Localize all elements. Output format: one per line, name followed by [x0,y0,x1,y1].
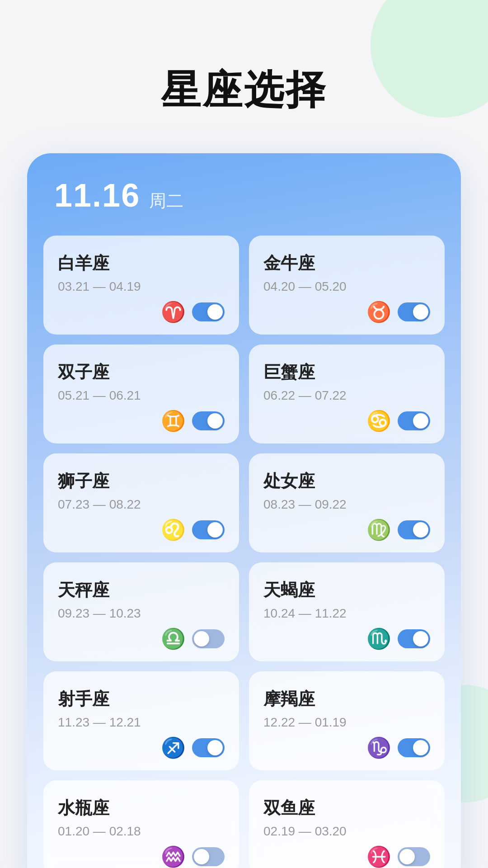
zodiac-symbol-gemini: ♊ [161,411,186,431]
zodiac-card-sagittarius[interactable]: 射手座 11.23 — 12.21 ♐ [43,671,239,770]
zodiac-dates-cancer: 06.22 — 07.22 [263,388,430,403]
date-day: 周二 [149,189,183,212]
zodiac-bottom-aquarius: ♒ [58,847,225,867]
zodiac-toggle-libra[interactable] [192,629,225,648]
zodiac-symbol-libra: ♎ [161,629,186,649]
zodiac-name-aries: 白羊座 [58,252,225,275]
zodiac-symbol-cancer: ♋ [366,411,391,431]
zodiac-card-pisces[interactable]: 双鱼座 02.19 — 03.20 ♓ [249,780,445,868]
zodiac-bottom-pisces: ♓ [263,847,430,867]
card-date: 11.16 周二 [54,177,434,214]
zodiac-card-gemini[interactable]: 双子座 05.21 — 06.21 ♊ [43,344,239,443]
zodiac-card-virgo[interactable]: 处女座 08.23 — 09.22 ♍ [249,453,445,552]
zodiac-card-aquarius[interactable]: 水瓶座 01.20 — 02.18 ♒ [43,780,239,868]
zodiac-card-aries[interactable]: 白羊座 03.21 — 04.19 ♈ [43,236,239,335]
zodiac-bottom-capricorn: ♑ [263,738,430,758]
zodiac-name-taurus: 金牛座 [263,252,430,275]
zodiac-dates-pisces: 02.19 — 03.20 [263,824,430,839]
zodiac-symbol-aries: ♈ [161,302,186,322]
zodiac-toggle-taurus[interactable] [398,302,430,321]
zodiac-bottom-scorpio: ♏ [263,629,430,649]
zodiac-bottom-gemini: ♊ [58,411,225,431]
zodiac-dates-aquarius: 01.20 — 02.18 [58,824,225,839]
zodiac-toggle-aries[interactable] [192,302,225,321]
zodiac-dates-scorpio: 10.24 — 11.22 [263,606,430,621]
zodiac-card-libra[interactable]: 天秤座 09.23 — 10.23 ♎ [43,562,239,661]
page-title: 星座选择 [0,0,488,153]
zodiac-dates-taurus: 04.20 — 05.20 [263,279,430,294]
zodiac-toggle-capricorn[interactable] [398,738,430,757]
zodiac-toggle-sagittarius[interactable] [192,738,225,757]
zodiac-grid: 白羊座 03.21 — 04.19 ♈ 金牛座 04.20 — 05.20 ♉ … [27,236,461,868]
zodiac-toggle-virgo[interactable] [398,520,430,539]
zodiac-bottom-taurus: ♉ [263,302,430,322]
zodiac-dates-virgo: 08.23 — 09.22 [263,497,430,512]
zodiac-name-scorpio: 天蝎座 [263,579,430,602]
zodiac-dates-gemini: 05.21 — 06.21 [58,388,225,403]
zodiac-toggle-gemini[interactable] [192,411,225,430]
zodiac-card-scorpio[interactable]: 天蝎座 10.24 — 11.22 ♏ [249,562,445,661]
zodiac-symbol-sagittarius: ♐ [161,738,186,758]
zodiac-bottom-aries: ♈ [58,302,225,322]
zodiac-symbol-scorpio: ♏ [366,629,391,649]
zodiac-name-cancer: 巨蟹座 [263,361,430,384]
date-number: 11.16 [54,177,140,214]
zodiac-dates-sagittarius: 11.23 — 12.21 [58,715,225,730]
zodiac-toggle-scorpio[interactable] [398,629,430,648]
zodiac-card-taurus[interactable]: 金牛座 04.20 — 05.20 ♉ [249,236,445,335]
zodiac-bottom-virgo: ♍ [263,520,430,540]
zodiac-toggle-cancer[interactable] [398,411,430,430]
zodiac-name-aquarius: 水瓶座 [58,797,225,820]
zodiac-symbol-pisces: ♓ [366,847,391,867]
zodiac-bottom-sagittarius: ♐ [58,738,225,758]
zodiac-card-capricorn[interactable]: 摩羯座 12.22 — 01.19 ♑ [249,671,445,770]
zodiac-symbol-taurus: ♉ [366,302,391,322]
zodiac-symbol-capricorn: ♑ [366,738,391,758]
zodiac-bottom-leo: ♌ [58,520,225,540]
zodiac-name-leo: 狮子座 [58,470,225,493]
zodiac-dates-capricorn: 12.22 — 01.19 [263,715,430,730]
zodiac-toggle-aquarius[interactable] [192,847,225,866]
zodiac-card-cancer[interactable]: 巨蟹座 06.22 — 07.22 ♋ [249,344,445,443]
zodiac-toggle-pisces[interactable] [398,847,430,866]
zodiac-name-gemini: 双子座 [58,361,225,384]
zodiac-name-pisces: 双鱼座 [263,797,430,820]
zodiac-symbol-virgo: ♍ [366,520,391,540]
zodiac-dates-aries: 03.21 — 04.19 [58,279,225,294]
zodiac-toggle-leo[interactable] [192,520,225,539]
zodiac-name-capricorn: 摩羯座 [263,688,430,711]
zodiac-bottom-libra: ♎ [58,629,225,649]
zodiac-bottom-cancer: ♋ [263,411,430,431]
zodiac-card-leo[interactable]: 狮子座 07.23 — 08.22 ♌ [43,453,239,552]
zodiac-symbol-aquarius: ♒ [161,847,186,867]
zodiac-name-libra: 天秤座 [58,579,225,602]
zodiac-dates-leo: 07.23 — 08.22 [58,497,225,512]
zodiac-symbol-leo: ♌ [161,520,186,540]
zodiac-name-sagittarius: 射手座 [58,688,225,711]
zodiac-name-virgo: 处女座 [263,470,430,493]
zodiac-dates-libra: 09.23 — 10.23 [58,606,225,621]
main-card: 11.16 周二 白羊座 03.21 — 04.19 ♈ 金牛座 04.20 —… [27,153,461,868]
card-header: 11.16 周二 [27,153,461,236]
